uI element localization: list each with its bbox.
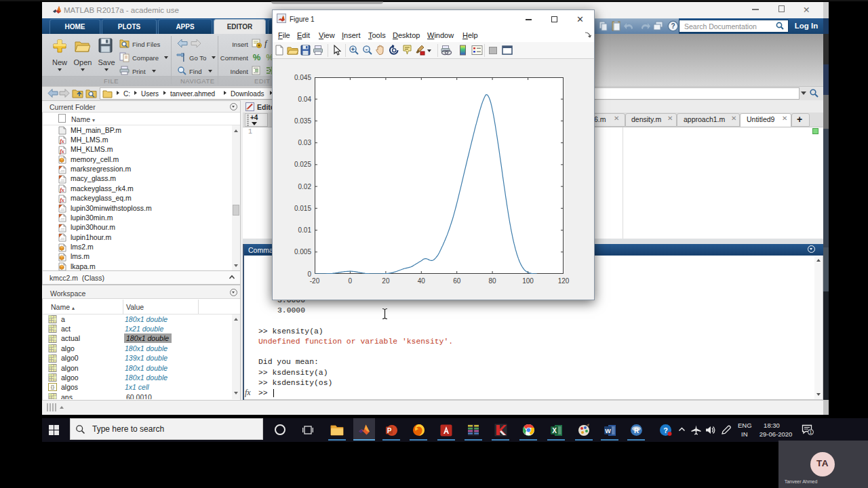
svg-text:fx: fx (60, 187, 64, 193)
svg-text:fx: fx (60, 148, 64, 154)
svg-text:P: P (387, 427, 392, 434)
svg-text:?: ? (671, 22, 675, 30)
svg-text:1: 1 (810, 430, 812, 434)
svg-text:+: + (351, 46, 355, 53)
svg-text:X: X (552, 427, 557, 434)
svg-text:?: ? (663, 426, 668, 434)
svg-text:-: - (366, 46, 368, 53)
svg-text:fx: fx (60, 197, 64, 203)
svg-text:fx: fx (60, 138, 64, 144)
svg-text:R: R (634, 427, 639, 434)
svg-text:W: W (605, 428, 611, 434)
svg-text:%: % (253, 52, 261, 62)
